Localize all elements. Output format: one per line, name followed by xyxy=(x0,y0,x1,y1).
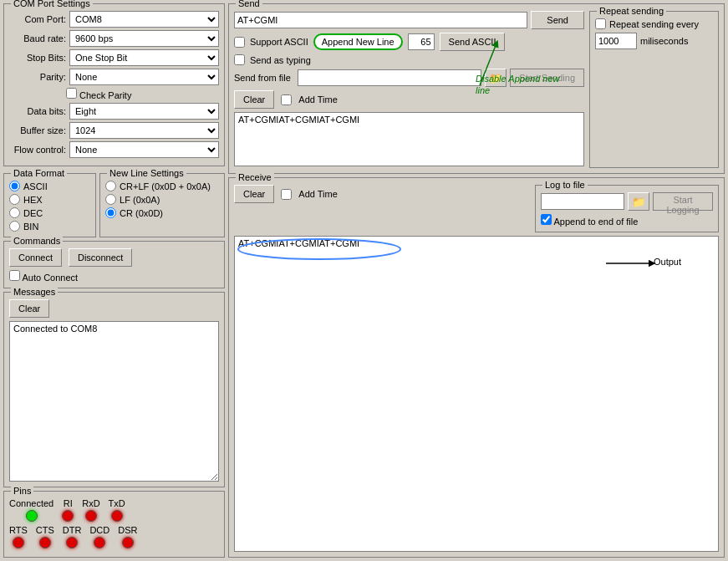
receive-title: Receive xyxy=(236,172,274,182)
pin-ri-light xyxy=(62,510,74,522)
pin-dtr: DTR xyxy=(63,525,82,548)
com-port-settings: COM Port Settings Com Port: COM8 Baud ra… xyxy=(3,3,225,166)
flow-control-select[interactable]: None xyxy=(69,141,219,158)
start-logging-button[interactable]: Start Logging xyxy=(653,192,713,211)
pin-connected-light xyxy=(26,510,38,522)
start-sending-button[interactable]: Start Sending xyxy=(510,69,584,87)
pins-title: Pins xyxy=(11,486,33,496)
pin-ri: RI xyxy=(62,498,74,522)
pin-cts-light xyxy=(39,537,51,548)
data-format-bin-label: BIN xyxy=(23,222,38,232)
connect-button[interactable]: Connect xyxy=(9,248,62,267)
send-from-file-label: Send from file xyxy=(234,73,291,83)
pin-cts-label: CTS xyxy=(36,525,54,535)
support-ascii-label: Support ASCII xyxy=(250,37,308,47)
pin-rxd: RxD xyxy=(82,498,99,522)
new-line-crlf-radio[interactable] xyxy=(105,181,116,191)
send-textarea[interactable] xyxy=(234,112,584,166)
data-format-hex-label: HEX xyxy=(23,195,43,205)
data-format-ascii-radio[interactable] xyxy=(9,181,20,191)
pin-dcd: DCD xyxy=(89,525,109,548)
com-port-select[interactable]: COM8 xyxy=(69,11,219,28)
data-format-bin-radio[interactable] xyxy=(9,221,20,232)
miliseconds-label: miliseconds xyxy=(640,36,688,46)
support-ascii-checkbox[interactable] xyxy=(234,37,245,48)
buffer-size-label: Buffer size: xyxy=(9,125,66,135)
pin-dtr-light xyxy=(66,537,78,548)
messages-group: Messages Clear xyxy=(3,292,225,487)
pin-rxd-light xyxy=(85,510,97,522)
repeat-sending-title: Repeat sending xyxy=(597,6,666,16)
auto-connect-label[interactable]: Auto Connect xyxy=(9,273,78,283)
messages-title: Messages xyxy=(11,287,58,297)
append-to-end-checkbox[interactable] xyxy=(541,214,552,225)
new-line-settings-group: New Line Settings CR+LF (0x0D + 0x0A) LF… xyxy=(99,173,225,237)
send-title: Send xyxy=(236,0,262,8)
receive-add-time-checkbox[interactable] xyxy=(281,189,292,200)
stop-bits-label: Stop Bits: xyxy=(9,53,66,63)
receive-clear-button[interactable]: Clear xyxy=(234,185,274,203)
send-add-time-checkbox[interactable] xyxy=(281,94,292,105)
auto-connect-checkbox[interactable] xyxy=(9,270,20,281)
repeat-sending-every-label: Repeat sending every xyxy=(609,19,699,29)
send-input[interactable] xyxy=(234,12,527,28)
send-file-input[interactable] xyxy=(298,69,481,86)
baud-rate-label: Baud rate: xyxy=(9,33,66,43)
buffer-size-select[interactable]: 1024 xyxy=(69,122,219,139)
log-file-input[interactable] xyxy=(541,193,624,210)
messages-textarea[interactable] xyxy=(9,321,219,482)
pins-row2: RTS CTS DTR DCD DSR xyxy=(9,525,219,548)
new-line-settings-title: New Line Settings xyxy=(107,168,186,178)
receive-textarea[interactable] xyxy=(234,236,719,552)
append-to-end-label[interactable]: Append to end of file xyxy=(541,217,638,227)
baud-rate-select[interactable]: 9600 bps xyxy=(69,30,219,47)
data-format-dec-radio[interactable] xyxy=(9,207,20,218)
log-to-file-group: Log to file 📁 Start Logging Append to en… xyxy=(535,185,719,232)
send-ascii-button[interactable]: Send ASCII xyxy=(440,33,506,51)
pin-dtr-label: DTR xyxy=(63,525,82,535)
pins-row1: Connected RI RxD TxD xyxy=(9,498,219,522)
pin-cts: CTS xyxy=(36,525,54,548)
check-parity-checkbox[interactable] xyxy=(66,88,77,99)
repeat-sending-checkbox[interactable] xyxy=(595,18,606,29)
new-line-lf-label: LF (0x0A) xyxy=(120,195,160,205)
pin-txd-label: TxD xyxy=(109,498,125,508)
pin-dsr-label: DSR xyxy=(118,525,137,535)
pin-dsr: DSR xyxy=(118,525,137,548)
data-format-hex-radio[interactable] xyxy=(9,194,20,205)
pin-ri-label: RI xyxy=(64,498,73,508)
repeat-ms-input[interactable] xyxy=(595,33,637,49)
data-bits-select[interactable]: Eight xyxy=(69,103,219,120)
send-file-browse-button[interactable]: 📁 xyxy=(485,69,507,87)
pin-rts: RTS xyxy=(9,525,28,548)
pin-rts-label: RTS xyxy=(9,525,28,535)
pin-txd: TxD xyxy=(109,498,125,522)
data-format-title: Data Format xyxy=(11,168,67,178)
pin-rxd-label: RxD xyxy=(82,498,99,508)
append-new-line-button[interactable]: Append New Line xyxy=(313,33,403,50)
data-format-ascii-label: ASCII xyxy=(23,181,48,191)
messages-clear-button[interactable]: Clear xyxy=(9,299,49,318)
receive-controls: Clear Add Time xyxy=(234,185,528,232)
stop-bits-select[interactable]: One Stop Bit xyxy=(69,49,219,66)
new-line-cr-radio[interactable] xyxy=(105,207,116,218)
data-bits-label: Data bits: xyxy=(9,106,66,116)
pin-txd-light xyxy=(111,510,123,522)
value-65-input[interactable] xyxy=(408,33,435,50)
disconnect-button[interactable]: Disconnect xyxy=(69,248,132,267)
pin-connected: Connected xyxy=(9,498,53,522)
send-button[interactable]: Send xyxy=(531,11,584,29)
send-add-time-label: Add Time xyxy=(298,94,337,105)
new-line-cr-label: CR (0x0D) xyxy=(120,208,163,218)
com-port-settings-title: COM Port Settings xyxy=(11,0,93,8)
parity-select[interactable]: None xyxy=(69,69,219,85)
new-line-lf-radio[interactable] xyxy=(105,194,116,205)
check-parity-label[interactable]: Check Parity xyxy=(66,90,131,100)
com-port-label: Com Port: xyxy=(9,14,66,24)
send-clear-button[interactable]: Clear xyxy=(234,90,274,109)
send-as-typing-checkbox[interactable] xyxy=(234,54,245,65)
parity-label: Parity: xyxy=(9,72,66,82)
repeat-sending-group: Repeat sending Repeat sending every mili… xyxy=(589,11,719,168)
pin-dcd-label: DCD xyxy=(89,525,109,535)
log-file-browse-button[interactable]: 📁 xyxy=(628,192,649,211)
